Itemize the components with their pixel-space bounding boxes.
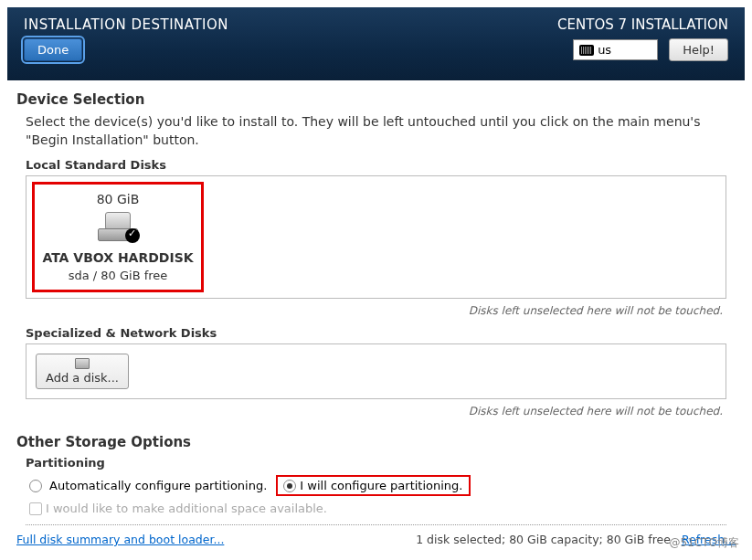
keyboard-layout-label: us — [598, 43, 611, 57]
disk-status-text: 1 disk selected; 80 GiB capacity; 80 GiB… — [416, 533, 671, 546]
done-button[interactable]: Done — [24, 38, 82, 61]
disk-name: ATA VBOX HARDDISK — [40, 250, 196, 265]
device-selection-heading: Device Selection — [16, 91, 736, 108]
keyboard-icon — [579, 45, 594, 56]
add-disk-button[interactable]: Add a disk... — [36, 354, 129, 389]
local-disks-label: Local Standard Disks — [26, 158, 736, 172]
network-disks-label: Specialized & Network Disks — [26, 326, 736, 340]
page-title: INSTALLATION DESTINATION — [24, 16, 228, 33]
help-button[interactable]: Help! — [669, 38, 728, 61]
additional-space-row: I would like to make additional space av… — [29, 502, 736, 515]
untouched-note: Disks left unselected here will not be t… — [16, 304, 723, 317]
disk-item-sda[interactable]: 80 GiB ATA VBOX HARDDISK sda / 80 GiB fr… — [32, 182, 204, 292]
additional-space-checkbox — [29, 502, 42, 515]
disk-details: sda / 80 GiB free — [40, 269, 196, 282]
manual-partition-highlight: I will configure partitioning. — [276, 475, 470, 496]
manual-partition-label: I will configure partitioning. — [300, 479, 462, 492]
additional-space-label: I would like to make additional space av… — [46, 502, 327, 515]
network-disks-container: Add a disk... — [26, 343, 726, 399]
auto-partition-radio[interactable] — [29, 480, 42, 492]
keyboard-layout-indicator[interactable]: us — [573, 39, 658, 60]
footer-bar: Full disk summary and boot loader... 1 d… — [0, 525, 752, 554]
installer-title: CENTOS 7 INSTALLATION — [557, 16, 728, 33]
storage-options-heading: Other Storage Options — [16, 434, 736, 450]
main-content: Device Selection Select the device(s) yo… — [0, 80, 752, 525]
watermark: @51CTO博客 — [670, 535, 739, 551]
add-disk-label: Add a disk... — [46, 371, 119, 385]
selected-check-icon — [125, 228, 140, 243]
header-bar: INSTALLATION DESTINATION Done CENTOS 7 I… — [7, 7, 745, 80]
manual-partition-radio[interactable] — [283, 480, 296, 492]
local-disks-container: 80 GiB ATA VBOX HARDDISK sda / 80 GiB fr… — [26, 175, 726, 299]
auto-partition-label: Automatically configure partitioning. — [49, 479, 267, 492]
untouched-note-network: Disks left unselected here will not be t… — [16, 405, 723, 417]
disk-size: 80 GiB — [40, 192, 196, 206]
device-selection-description: Select the device(s) you'd like to insta… — [26, 113, 736, 149]
partitioning-label: Partitioning — [26, 456, 736, 470]
harddisk-icon — [98, 212, 138, 241]
disk-summary-link[interactable]: Full disk summary and boot loader... — [16, 533, 224, 546]
disk-small-icon — [75, 358, 90, 369]
partitioning-radios: Automatically configure partitioning. I … — [29, 475, 736, 496]
